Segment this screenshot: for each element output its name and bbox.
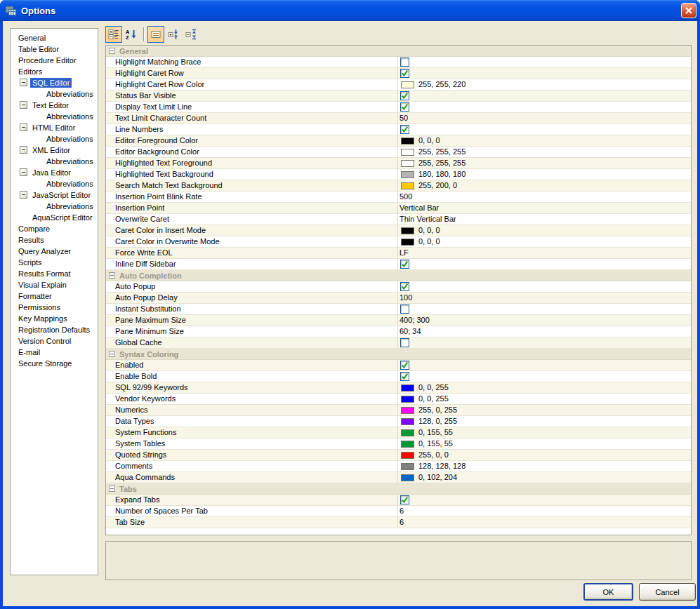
checkbox-checked[interactable] bbox=[400, 102, 409, 112]
property-row-display-text-limit-line[interactable]: Display Text Limit Line bbox=[106, 102, 691, 113]
color-swatch[interactable] bbox=[401, 441, 414, 448]
property-row-caret-color-in-overwrite-mode[interactable]: Caret Color in Overwrite Mode0, 0, 0 bbox=[106, 236, 691, 248]
property-value-cell[interactable]: 100 bbox=[397, 293, 691, 303]
tree-item-query-analyzer[interactable]: Query Analyzer bbox=[11, 246, 98, 257]
property-row-text-limit-character-count[interactable]: Text Limit Character Count50 bbox=[106, 113, 691, 124]
color-swatch[interactable] bbox=[401, 452, 414, 459]
tree-item-abbreviations[interactable]: Abbreviations bbox=[11, 201, 98, 212]
property-value-cell[interactable]: 0, 0, 0 bbox=[397, 236, 691, 247]
tree-item-key-mappings[interactable]: Key Mappings bbox=[11, 313, 98, 324]
color-swatch[interactable] bbox=[401, 239, 414, 246]
tree-item-sql-editor[interactable]: SQL Editor bbox=[11, 77, 98, 88]
close-button[interactable] bbox=[681, 3, 696, 18]
tree-item-compare[interactable]: Compare bbox=[11, 223, 98, 234]
property-row-inline-diff-sidebar[interactable]: Inline Diff Sidebar bbox=[106, 259, 691, 270]
property-row-instant-substitution[interactable]: Instant Substitution bbox=[106, 304, 691, 315]
collapse-section-icon[interactable] bbox=[109, 48, 115, 54]
property-row-enable-bold[interactable]: Enable Bold bbox=[106, 371, 691, 382]
tree-item-version-control[interactable]: Version Control bbox=[11, 335, 98, 347]
property-value-cell[interactable]: Thin Vertical Bar bbox=[397, 214, 691, 225]
property-row-vendor-keywords[interactable]: Vendor Keywords0, 0, 255 bbox=[106, 394, 691, 405]
tree-item-editors[interactable]: Editors bbox=[11, 66, 98, 77]
sort-alphabetical-button[interactable]: AZ bbox=[123, 26, 140, 43]
property-value-cell[interactable] bbox=[397, 57, 691, 67]
property-row-insertion-point-blink-rate[interactable]: Insertion Point Blink Rate500 bbox=[106, 192, 691, 203]
property-value-cell[interactable] bbox=[397, 304, 691, 314]
color-swatch[interactable] bbox=[401, 418, 414, 425]
collapse-section-icon[interactable] bbox=[109, 272, 115, 279]
checkbox-unchecked[interactable] bbox=[400, 304, 409, 314]
color-swatch[interactable] bbox=[401, 138, 414, 145]
property-value-cell[interactable] bbox=[397, 495, 691, 505]
property-value-cell[interactable] bbox=[397, 91, 691, 101]
expand-all-button[interactable] bbox=[165, 26, 182, 43]
property-row-tab-size[interactable]: Tab Size6 bbox=[106, 517, 691, 528]
property-row-system-functions[interactable]: System Functions0, 155, 55 bbox=[106, 427, 691, 439]
checkbox-checked[interactable] bbox=[400, 91, 409, 100]
property-row-sql-92-99-keywords[interactable]: SQL 92/99 Keywords0, 0, 255 bbox=[106, 382, 691, 394]
tree-collapse-icon[interactable] bbox=[20, 146, 27, 154]
checkbox-unchecked[interactable] bbox=[400, 58, 409, 67]
tree-item-scripts[interactable]: Scripts bbox=[11, 257, 98, 268]
property-value-cell[interactable]: 60; 34 bbox=[397, 326, 691, 337]
color-swatch[interactable] bbox=[401, 474, 414, 481]
color-swatch[interactable] bbox=[401, 429, 414, 436]
property-value-cell[interactable] bbox=[397, 360, 691, 370]
tree-item-aquascript-editor[interactable]: AquaScript Editor bbox=[11, 212, 98, 223]
tree-item-javascript-editor[interactable]: JavaScript Editor bbox=[11, 189, 98, 201]
tree-item-html-editor[interactable]: HTML Editor bbox=[11, 122, 98, 133]
checkbox-checked[interactable] bbox=[400, 361, 409, 370]
tree-item-results-format[interactable]: Results Format bbox=[11, 268, 98, 279]
property-value-cell[interactable] bbox=[397, 371, 691, 382]
tree-item-table-editor[interactable]: Table Editor bbox=[11, 44, 98, 55]
property-row-highlight-matching-brace[interactable]: Highlight Matching Brace bbox=[106, 57, 691, 68]
property-row-global-cache[interactable]: Global Cache bbox=[106, 337, 691, 349]
property-value-cell[interactable] bbox=[397, 259, 691, 269]
tree-item-abbreviations[interactable]: Abbreviations bbox=[11, 156, 98, 167]
color-swatch[interactable] bbox=[401, 81, 414, 88]
property-value-cell[interactable]: 6 bbox=[397, 517, 691, 528]
property-value-cell[interactable] bbox=[397, 281, 691, 292]
property-row-search-match-text-background[interactable]: Search Match Text Background255, 200, 0 bbox=[106, 180, 691, 192]
section-header-tabs[interactable]: Tabs bbox=[106, 483, 691, 495]
checkbox-checked[interactable] bbox=[400, 260, 409, 269]
tree-item-java-editor[interactable]: Java Editor bbox=[11, 167, 98, 178]
property-row-enabled[interactable]: Enabled bbox=[106, 360, 691, 371]
property-value-cell[interactable]: 0, 155, 55 bbox=[397, 439, 691, 449]
color-swatch[interactable] bbox=[401, 182, 414, 189]
property-value-cell[interactable]: 0, 0, 255 bbox=[397, 382, 691, 393]
property-value-cell[interactable]: 255, 255, 220 bbox=[397, 79, 691, 90]
collapse-section-icon[interactable] bbox=[109, 351, 115, 357]
property-row-insertion-point[interactable]: Insertion PointVertical Bar bbox=[106, 203, 691, 214]
checkbox-unchecked[interactable] bbox=[400, 338, 409, 347]
property-row-pane-maximum-size[interactable]: Pane Maximum Size400; 300 bbox=[106, 315, 691, 326]
titlebar[interactable]: Options bbox=[0, 0, 700, 21]
property-value-cell[interactable] bbox=[397, 68, 691, 79]
property-row-highlighted-text-foreground[interactable]: Highlighted Text Foreground255, 255, 255 bbox=[106, 158, 691, 169]
property-value-cell[interactable]: 255, 255, 255 bbox=[397, 158, 691, 168]
color-swatch[interactable] bbox=[401, 149, 414, 156]
color-swatch[interactable] bbox=[401, 407, 414, 414]
property-row-line-numbers[interactable]: Line Numbers bbox=[106, 124, 691, 135]
color-swatch[interactable] bbox=[401, 463, 414, 470]
property-row-editor-foreground-color[interactable]: Editor Foreground Color0, 0, 0 bbox=[106, 135, 691, 147]
property-value-cell[interactable]: 0, 102, 204 bbox=[397, 472, 691, 483]
tree-item-visual-explain[interactable]: Visual Explain bbox=[11, 279, 98, 290]
checkbox-checked[interactable] bbox=[400, 495, 409, 504]
tree-item-abbreviations[interactable]: Abbreviations bbox=[11, 133, 98, 145]
property-row-editor-background-color[interactable]: Editor Background Color255, 255, 255 bbox=[106, 147, 691, 158]
color-swatch[interactable] bbox=[401, 160, 414, 167]
property-value-cell[interactable] bbox=[397, 337, 691, 348]
property-row-data-types[interactable]: Data Types128, 0, 255 bbox=[106, 416, 691, 427]
property-row-overwrite-caret[interactable]: Overwrite CaretThin Vertical Bar bbox=[106, 214, 691, 225]
property-value-cell[interactable] bbox=[397, 102, 691, 112]
color-swatch[interactable] bbox=[401, 396, 414, 403]
property-row-quoted-strings[interactable]: Quoted Strings255, 0, 0 bbox=[106, 450, 691, 461]
property-value-cell[interactable]: 0, 0, 0 bbox=[397, 225, 691, 236]
checkbox-checked[interactable] bbox=[400, 125, 409, 134]
property-value-cell[interactable]: 6 bbox=[397, 506, 691, 516]
property-value-cell[interactable]: 0, 0, 255 bbox=[397, 394, 691, 404]
property-value-cell[interactable]: 255, 0, 255 bbox=[397, 405, 691, 415]
color-swatch[interactable] bbox=[401, 227, 414, 234]
tree-item-abbreviations[interactable]: Abbreviations bbox=[11, 178, 98, 189]
